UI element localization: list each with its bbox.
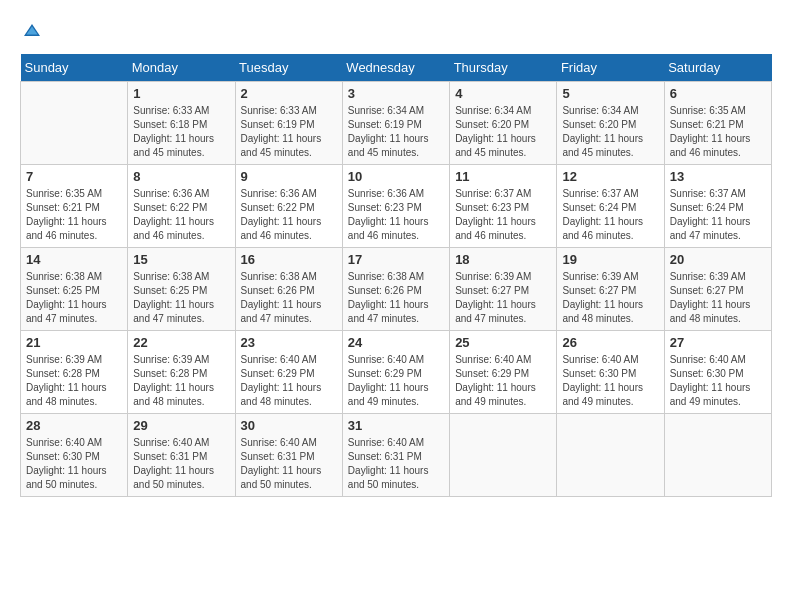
weekday-header: Tuesday: [235, 54, 342, 82]
day-info: Sunrise: 6:33 AM Sunset: 6:19 PM Dayligh…: [241, 104, 337, 160]
calendar-cell: 6Sunrise: 6:35 AM Sunset: 6:21 PM Daylig…: [664, 82, 771, 165]
day-info: Sunrise: 6:35 AM Sunset: 6:21 PM Dayligh…: [670, 104, 766, 160]
day-number: 31: [348, 418, 444, 433]
day-info: Sunrise: 6:38 AM Sunset: 6:25 PM Dayligh…: [133, 270, 229, 326]
logo: [20, 20, 48, 44]
calendar-cell: 4Sunrise: 6:34 AM Sunset: 6:20 PM Daylig…: [450, 82, 557, 165]
day-info: Sunrise: 6:38 AM Sunset: 6:26 PM Dayligh…: [348, 270, 444, 326]
calendar-cell: [664, 414, 771, 497]
logo-icon: [20, 20, 44, 44]
calendar-cell: 8Sunrise: 6:36 AM Sunset: 6:22 PM Daylig…: [128, 165, 235, 248]
day-number: 25: [455, 335, 551, 350]
day-info: Sunrise: 6:38 AM Sunset: 6:26 PM Dayligh…: [241, 270, 337, 326]
calendar-cell: [21, 82, 128, 165]
calendar-cell: 7Sunrise: 6:35 AM Sunset: 6:21 PM Daylig…: [21, 165, 128, 248]
day-number: 5: [562, 86, 658, 101]
calendar-cell: [450, 414, 557, 497]
day-info: Sunrise: 6:39 AM Sunset: 6:28 PM Dayligh…: [26, 353, 122, 409]
calendar-cell: 25Sunrise: 6:40 AM Sunset: 6:29 PM Dayli…: [450, 331, 557, 414]
calendar-cell: 1Sunrise: 6:33 AM Sunset: 6:18 PM Daylig…: [128, 82, 235, 165]
day-info: Sunrise: 6:34 AM Sunset: 6:19 PM Dayligh…: [348, 104, 444, 160]
day-number: 18: [455, 252, 551, 267]
day-info: Sunrise: 6:40 AM Sunset: 6:29 PM Dayligh…: [241, 353, 337, 409]
day-number: 21: [26, 335, 122, 350]
calendar-cell: 5Sunrise: 6:34 AM Sunset: 6:20 PM Daylig…: [557, 82, 664, 165]
day-number: 6: [670, 86, 766, 101]
calendar-cell: 24Sunrise: 6:40 AM Sunset: 6:29 PM Dayli…: [342, 331, 449, 414]
day-info: Sunrise: 6:34 AM Sunset: 6:20 PM Dayligh…: [562, 104, 658, 160]
weekday-header: Thursday: [450, 54, 557, 82]
day-info: Sunrise: 6:40 AM Sunset: 6:31 PM Dayligh…: [241, 436, 337, 492]
calendar-week-row: 14Sunrise: 6:38 AM Sunset: 6:25 PM Dayli…: [21, 248, 772, 331]
day-info: Sunrise: 6:36 AM Sunset: 6:23 PM Dayligh…: [348, 187, 444, 243]
calendar-week-row: 7Sunrise: 6:35 AM Sunset: 6:21 PM Daylig…: [21, 165, 772, 248]
day-number: 10: [348, 169, 444, 184]
day-number: 22: [133, 335, 229, 350]
calendar-cell: 10Sunrise: 6:36 AM Sunset: 6:23 PM Dayli…: [342, 165, 449, 248]
day-info: Sunrise: 6:39 AM Sunset: 6:27 PM Dayligh…: [670, 270, 766, 326]
day-number: 3: [348, 86, 444, 101]
weekday-header: Friday: [557, 54, 664, 82]
calendar-cell: 11Sunrise: 6:37 AM Sunset: 6:23 PM Dayli…: [450, 165, 557, 248]
calendar-week-row: 1Sunrise: 6:33 AM Sunset: 6:18 PM Daylig…: [21, 82, 772, 165]
day-info: Sunrise: 6:40 AM Sunset: 6:30 PM Dayligh…: [562, 353, 658, 409]
calendar-cell: 22Sunrise: 6:39 AM Sunset: 6:28 PM Dayli…: [128, 331, 235, 414]
day-number: 16: [241, 252, 337, 267]
calendar-cell: 31Sunrise: 6:40 AM Sunset: 6:31 PM Dayli…: [342, 414, 449, 497]
day-number: 19: [562, 252, 658, 267]
weekday-header: Sunday: [21, 54, 128, 82]
day-number: 17: [348, 252, 444, 267]
day-info: Sunrise: 6:39 AM Sunset: 6:27 PM Dayligh…: [455, 270, 551, 326]
day-number: 23: [241, 335, 337, 350]
day-info: Sunrise: 6:40 AM Sunset: 6:29 PM Dayligh…: [348, 353, 444, 409]
day-number: 1: [133, 86, 229, 101]
calendar-week-row: 21Sunrise: 6:39 AM Sunset: 6:28 PM Dayli…: [21, 331, 772, 414]
weekday-header: Monday: [128, 54, 235, 82]
weekday-header: Wednesday: [342, 54, 449, 82]
day-number: 9: [241, 169, 337, 184]
day-number: 24: [348, 335, 444, 350]
day-info: Sunrise: 6:37 AM Sunset: 6:24 PM Dayligh…: [670, 187, 766, 243]
day-number: 20: [670, 252, 766, 267]
day-number: 2: [241, 86, 337, 101]
calendar-cell: 17Sunrise: 6:38 AM Sunset: 6:26 PM Dayli…: [342, 248, 449, 331]
day-info: Sunrise: 6:39 AM Sunset: 6:28 PM Dayligh…: [133, 353, 229, 409]
calendar-cell: 23Sunrise: 6:40 AM Sunset: 6:29 PM Dayli…: [235, 331, 342, 414]
calendar-cell: 27Sunrise: 6:40 AM Sunset: 6:30 PM Dayli…: [664, 331, 771, 414]
calendar-cell: 2Sunrise: 6:33 AM Sunset: 6:19 PM Daylig…: [235, 82, 342, 165]
day-info: Sunrise: 6:33 AM Sunset: 6:18 PM Dayligh…: [133, 104, 229, 160]
day-info: Sunrise: 6:34 AM Sunset: 6:20 PM Dayligh…: [455, 104, 551, 160]
day-info: Sunrise: 6:36 AM Sunset: 6:22 PM Dayligh…: [133, 187, 229, 243]
day-info: Sunrise: 6:37 AM Sunset: 6:24 PM Dayligh…: [562, 187, 658, 243]
day-number: 11: [455, 169, 551, 184]
day-number: 8: [133, 169, 229, 184]
calendar-body: 1Sunrise: 6:33 AM Sunset: 6:18 PM Daylig…: [21, 82, 772, 497]
day-number: 4: [455, 86, 551, 101]
calendar-cell: 3Sunrise: 6:34 AM Sunset: 6:19 PM Daylig…: [342, 82, 449, 165]
day-info: Sunrise: 6:40 AM Sunset: 6:29 PM Dayligh…: [455, 353, 551, 409]
day-number: 27: [670, 335, 766, 350]
calendar-cell: 16Sunrise: 6:38 AM Sunset: 6:26 PM Dayli…: [235, 248, 342, 331]
day-number: 14: [26, 252, 122, 267]
day-info: Sunrise: 6:35 AM Sunset: 6:21 PM Dayligh…: [26, 187, 122, 243]
day-number: 13: [670, 169, 766, 184]
calendar-cell: 28Sunrise: 6:40 AM Sunset: 6:30 PM Dayli…: [21, 414, 128, 497]
weekday-header: Saturday: [664, 54, 771, 82]
day-info: Sunrise: 6:40 AM Sunset: 6:31 PM Dayligh…: [133, 436, 229, 492]
day-info: Sunrise: 6:40 AM Sunset: 6:31 PM Dayligh…: [348, 436, 444, 492]
calendar-cell: 9Sunrise: 6:36 AM Sunset: 6:22 PM Daylig…: [235, 165, 342, 248]
day-number: 28: [26, 418, 122, 433]
day-number: 7: [26, 169, 122, 184]
calendar-header: SundayMondayTuesdayWednesdayThursdayFrid…: [21, 54, 772, 82]
day-number: 15: [133, 252, 229, 267]
calendar-cell: 18Sunrise: 6:39 AM Sunset: 6:27 PM Dayli…: [450, 248, 557, 331]
day-number: 26: [562, 335, 658, 350]
calendar-cell: 13Sunrise: 6:37 AM Sunset: 6:24 PM Dayli…: [664, 165, 771, 248]
day-info: Sunrise: 6:39 AM Sunset: 6:27 PM Dayligh…: [562, 270, 658, 326]
calendar-cell: 15Sunrise: 6:38 AM Sunset: 6:25 PM Dayli…: [128, 248, 235, 331]
day-number: 12: [562, 169, 658, 184]
calendar-cell: 29Sunrise: 6:40 AM Sunset: 6:31 PM Dayli…: [128, 414, 235, 497]
weekday-row: SundayMondayTuesdayWednesdayThursdayFrid…: [21, 54, 772, 82]
calendar-cell: 19Sunrise: 6:39 AM Sunset: 6:27 PM Dayli…: [557, 248, 664, 331]
day-info: Sunrise: 6:37 AM Sunset: 6:23 PM Dayligh…: [455, 187, 551, 243]
